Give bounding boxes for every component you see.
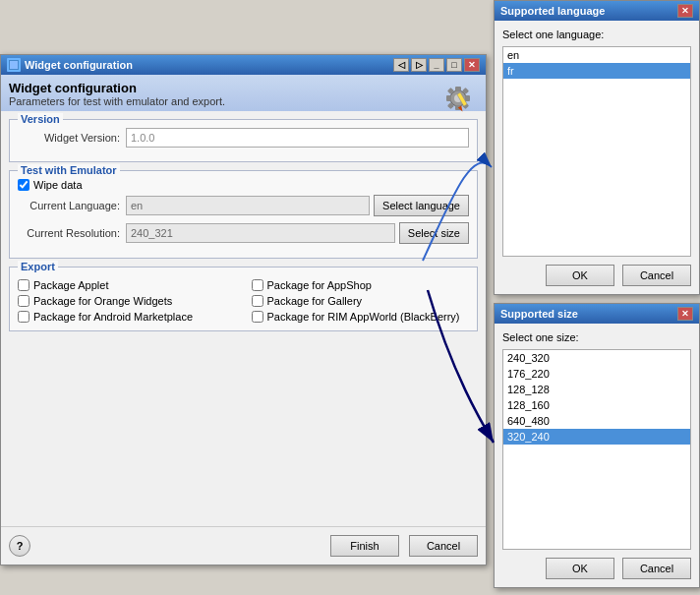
header-title: Widget configuration [9,81,478,95]
lang-select-label: Select one language: [502,29,691,40]
size-cancel-btn[interactable]: Cancel [622,558,691,579]
nav-left-btn[interactable]: ◁ [393,58,409,72]
export-section: Export Package Applet Package for AppSho… [9,267,478,331]
size-ok-btn[interactable]: OK [546,558,614,579]
current-language-row: Current Language: Select language [18,195,469,216]
size-item-0[interactable]: 240_320 [503,350,690,366]
window-header: Widget configuration Parameters for test… [1,75,486,111]
export-checkbox-4[interactable] [252,295,263,307]
export-item-3: Package for AppShop [252,279,470,291]
export-checkbox-0[interactable] [18,279,29,291]
export-item-1: Package for Orange Widgets [18,295,236,307]
wipe-data-checkbox[interactable] [18,179,29,191]
size-title-bar: Supported size ✕ [495,304,699,324]
lang-list[interactable]: en fr [502,46,691,257]
lang-content: Select one language: en fr OK Cancel [495,21,699,294]
size-content: Select one size: 240_320 176_220 128_128… [495,324,699,587]
size-bottom: OK Cancel [502,558,691,579]
current-language-input [126,196,370,215]
lang-item-en[interactable]: en [503,47,690,63]
close-btn[interactable]: ✕ [464,58,480,72]
lang-cancel-btn[interactable]: Cancel [622,265,691,286]
bottom-bar: ? Finish Cancel [1,526,486,565]
size-window-title: Supported size [500,308,578,320]
size-list[interactable]: 240_320 176_220 128_128 128_160 640_480 … [502,349,691,550]
export-label-3: Package for AppShop [267,279,372,291]
current-resolution-row: Current Resolution: Select size [18,222,469,244]
export-checkbox-1[interactable] [18,295,29,307]
title-bar-buttons: ◁ ▷ _ □ ✕ [393,58,480,72]
size-window: Supported size ✕ Select one size: 240_32… [494,303,700,588]
gear-icon [438,79,478,118]
test-emulator-label: Test with Emulator [18,164,120,176]
export-label-0: Package Applet [33,279,108,291]
size-close-btn[interactable]: ✕ [677,307,693,321]
lang-window-title: Supported language [500,5,605,17]
size-item-3[interactable]: 128_160 [503,397,690,413]
test-emulator-section: Test with Emulator Wipe data Current Lan… [9,170,478,259]
current-language-label: Current Language: [18,200,126,211]
lang-item-fr[interactable]: fr [503,63,690,79]
svg-rect-1 [10,61,18,69]
export-checkbox-5[interactable] [252,311,263,323]
export-item-0: Package Applet [18,279,236,291]
size-item-2[interactable]: 128_128 [503,382,690,397]
wipe-data-row: Wipe data [18,179,469,191]
export-item-5: Package for RIM AppWorld (BlackBerry) [252,311,470,323]
widget-version-row: Widget Version: [18,128,469,148]
export-section-label: Export [18,261,58,272]
export-label-2: Package for Android Marketplace [33,311,193,323]
minimize-btn[interactable]: _ [429,58,444,72]
wipe-data-label: Wipe data [33,179,83,191]
lang-title-buttons: ✕ [677,4,693,18]
header-subtitle: Parameters for test with emulator and ex… [9,95,478,107]
size-item-5[interactable]: 320_240 [503,429,690,445]
export-label-5: Package for RIM AppWorld (BlackBerry) [267,311,460,323]
lang-ok-btn[interactable]: OK [546,265,614,286]
size-item-1[interactable]: 176_220 [503,366,690,382]
maximize-btn[interactable]: □ [446,58,462,72]
lang-close-btn[interactable]: ✕ [677,4,693,18]
export-checkbox-3[interactable] [252,279,263,291]
size-title-buttons: ✕ [677,307,693,321]
version-section: Version Widget Version: [9,119,478,162]
nav-right-btn[interactable]: ▷ [411,58,427,72]
help-button[interactable]: ? [9,535,30,557]
title-bar-left: Widget configuration [7,58,133,72]
export-checkbox-2[interactable] [18,311,29,323]
window-icon [7,58,21,72]
svg-rect-6 [446,95,451,101]
export-item-2: Package for Android Marketplace [18,311,236,323]
cancel-button[interactable]: Cancel [409,535,478,557]
select-size-btn[interactable]: Select size [399,222,469,244]
bottom-actions: Finish Cancel [326,535,478,557]
export-grid: Package Applet Package for AppShop Packa… [18,279,469,323]
size-select-label: Select one size: [502,331,691,343]
finish-button[interactable]: Finish [330,535,399,557]
size-item-4[interactable]: 640_480 [503,413,690,429]
svg-rect-7 [465,95,470,101]
version-section-label: Version [18,113,63,125]
main-window: Widget configuration ◁ ▷ _ □ ✕ Widget co… [0,54,487,565]
current-resolution-label: Current Resolution: [18,227,126,239]
lang-bottom: OK Cancel [502,265,691,286]
select-language-btn[interactable]: Select language [374,195,469,216]
lang-title-bar: Supported language ✕ [495,1,699,21]
main-window-title: Widget configuration [25,59,133,71]
main-title-bar: Widget configuration ◁ ▷ _ □ ✕ [1,55,486,75]
lang-window: Supported language ✕ Select one language… [494,0,700,295]
export-label-1: Package for Orange Widgets [33,295,172,307]
current-resolution-input [126,223,395,243]
export-label-4: Package for Gallery [267,295,363,307]
svg-rect-4 [455,87,461,91]
widget-version-input[interactable] [126,128,469,148]
widget-version-label: Widget Version: [18,132,126,144]
export-item-4: Package for Gallery [252,295,470,307]
